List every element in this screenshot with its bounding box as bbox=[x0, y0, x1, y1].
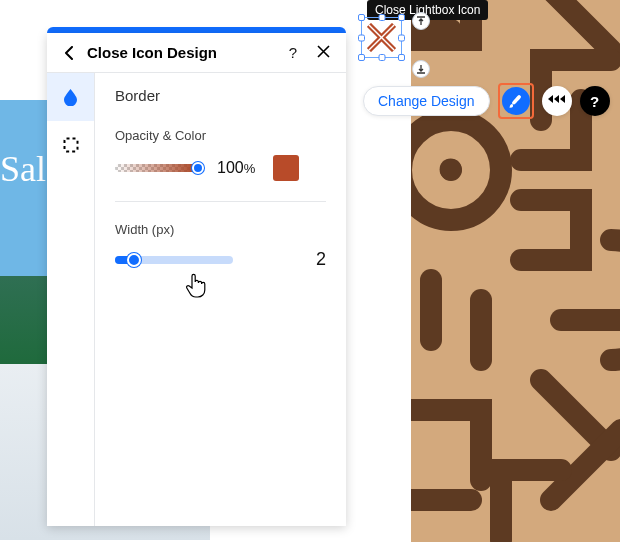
width-label: Width (px) bbox=[115, 222, 326, 237]
stretch-down-button[interactable] bbox=[412, 60, 430, 78]
stretch-up-button[interactable] bbox=[412, 12, 430, 30]
color-swatch[interactable] bbox=[273, 155, 299, 181]
animation-button[interactable] bbox=[542, 86, 572, 116]
resize-handle[interactable] bbox=[358, 34, 365, 41]
divider bbox=[115, 201, 326, 202]
help-button[interactable]: ? bbox=[580, 86, 610, 116]
dashed-square-icon bbox=[62, 136, 80, 154]
design-button-highlight bbox=[498, 83, 534, 119]
resize-handle[interactable] bbox=[378, 14, 385, 21]
close-icon bbox=[317, 45, 330, 58]
tab-fill[interactable] bbox=[47, 73, 94, 121]
close-lightbox-icon bbox=[367, 23, 396, 52]
design-side-tabs bbox=[47, 73, 95, 526]
design-button[interactable] bbox=[502, 87, 530, 115]
tab-border[interactable] bbox=[47, 121, 94, 169]
width-slider-thumb[interactable] bbox=[127, 253, 141, 267]
opacity-slider-thumb[interactable] bbox=[192, 162, 204, 174]
svg-point-2 bbox=[440, 159, 462, 181]
resize-handle[interactable] bbox=[398, 34, 405, 41]
design-panel: Close Icon Design ? Border bbox=[47, 33, 346, 526]
canvas-pattern bbox=[411, 0, 620, 542]
panel-close-button[interactable] bbox=[314, 44, 332, 62]
design-content: Border Opacity & Color 100% Width (px) bbox=[95, 73, 346, 526]
resize-handle[interactable] bbox=[398, 54, 405, 61]
panel-title: Close Icon Design bbox=[87, 44, 284, 61]
opacity-slider[interactable] bbox=[115, 164, 199, 172]
svg-rect-3 bbox=[64, 139, 77, 152]
resize-handle[interactable] bbox=[358, 54, 365, 61]
canvas-text-sal: Sal bbox=[0, 148, 46, 190]
chevron-left-icon bbox=[64, 46, 75, 60]
arrow-up-bar-icon bbox=[416, 16, 426, 26]
section-title: Border bbox=[115, 87, 326, 104]
droplet-icon bbox=[62, 88, 80, 106]
panel-help-button[interactable]: ? bbox=[284, 44, 302, 61]
selected-element[interactable] bbox=[361, 17, 402, 58]
arrow-down-bar-icon bbox=[416, 64, 426, 74]
panel-header: Close Icon Design ? bbox=[47, 33, 346, 73]
opacity-label: Opacity & Color bbox=[115, 128, 326, 143]
brush-icon bbox=[508, 94, 523, 109]
width-value: 2 bbox=[316, 249, 326, 270]
width-slider[interactable] bbox=[115, 256, 233, 264]
resize-handle[interactable] bbox=[398, 14, 405, 21]
opacity-value: 100% bbox=[217, 159, 255, 177]
change-design-button[interactable]: Change Design bbox=[363, 86, 490, 116]
animation-icon bbox=[548, 92, 565, 110]
back-button[interactable] bbox=[61, 45, 77, 61]
resize-handle[interactable] bbox=[378, 54, 385, 61]
floating-action-bar: Change Design ? bbox=[363, 83, 610, 119]
resize-handle[interactable] bbox=[358, 14, 365, 21]
